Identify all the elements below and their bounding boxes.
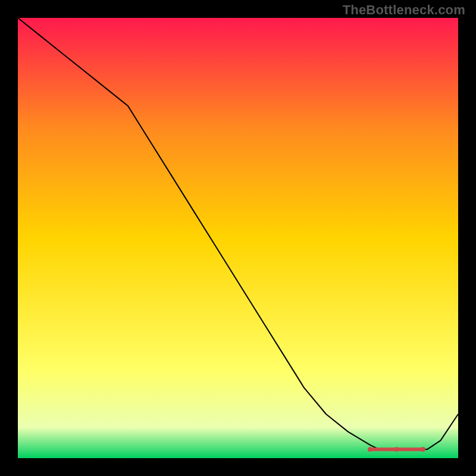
gradient-background [18, 18, 458, 458]
plot-area [18, 18, 458, 458]
plot-svg [18, 18, 458, 458]
optimal-range-dot [421, 447, 425, 452]
optimal-range-marker [368, 447, 425, 452]
watermark-text: TheBottleneck.com [343, 2, 465, 18]
optimal-range-dot [394, 447, 399, 452]
chart-stage: TheBottleneck.com [0, 0, 476, 476]
optimal-range-dot [368, 447, 372, 452]
